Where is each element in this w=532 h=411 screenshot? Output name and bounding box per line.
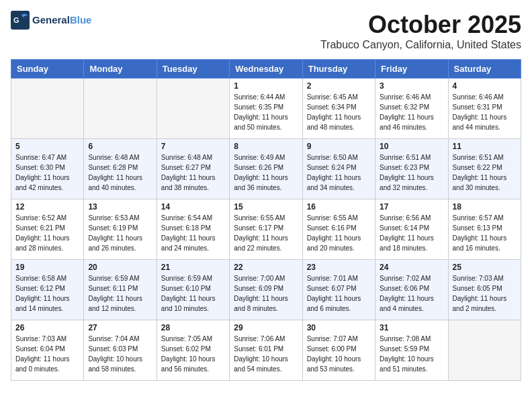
day-number: 29: [234, 323, 298, 332]
month-title: October 2025: [320, 11, 521, 39]
calendar-week-row: 12Sunrise: 6:52 AMSunset: 6:21 PMDayligh…: [11, 199, 521, 260]
calendar-cell: [84, 79, 157, 139]
calendar-week-row: 19Sunrise: 6:58 AMSunset: 6:12 PMDayligh…: [11, 260, 521, 320]
day-info: Sunrise: 7:05 AMSunset: 6:02 PMDaylight:…: [161, 334, 225, 374]
day-number: 24: [380, 263, 443, 272]
calendar-cell: 28Sunrise: 7:05 AMSunset: 6:02 PMDayligh…: [157, 320, 229, 381]
day-info: Sunrise: 6:50 AMSunset: 6:24 PMDaylight:…: [307, 152, 371, 193]
calendar-cell: [448, 320, 521, 381]
day-info: Sunrise: 6:54 AMSunset: 6:18 PMDaylight:…: [161, 213, 225, 253]
day-info: Sunrise: 6:52 AMSunset: 6:21 PMDaylight:…: [15, 213, 79, 253]
day-number: 19: [15, 263, 79, 272]
day-number: 25: [453, 263, 517, 272]
calendar-cell: 11Sunrise: 6:51 AMSunset: 6:22 PMDayligh…: [448, 139, 521, 199]
day-info: Sunrise: 6:51 AMSunset: 6:23 PMDaylight:…: [380, 152, 443, 193]
calendar-table: SundayMondayTuesdayWednesdayThursdayFrid…: [11, 59, 521, 381]
calendar-cell: 8Sunrise: 6:49 AMSunset: 6:26 PMDaylight…: [230, 139, 302, 199]
day-number: 14: [161, 202, 225, 212]
day-number: 4: [453, 81, 517, 91]
calendar-cell: 2Sunrise: 6:45 AMSunset: 6:34 PMDaylight…: [302, 79, 375, 139]
day-number: 28: [161, 323, 225, 332]
day-number: 17: [380, 202, 443, 212]
calendar-cell: [157, 79, 229, 139]
calendar-cell: 31Sunrise: 7:08 AMSunset: 5:59 PMDayligh…: [375, 320, 448, 381]
day-info: Sunrise: 6:47 AMSunset: 6:30 PMDaylight:…: [15, 152, 79, 193]
calendar-week-row: 5Sunrise: 6:47 AMSunset: 6:30 PMDaylight…: [11, 139, 521, 199]
day-number: 26: [15, 323, 79, 332]
day-number: 7: [161, 142, 225, 151]
day-info: Sunrise: 6:49 AMSunset: 6:26 PMDaylight:…: [234, 152, 298, 193]
weekday-header: Thursday: [302, 60, 375, 79]
day-number: 16: [307, 202, 371, 212]
day-info: Sunrise: 6:59 AMSunset: 6:11 PMDaylight:…: [88, 273, 152, 314]
calendar-cell: 27Sunrise: 7:04 AMSunset: 6:03 PMDayligh…: [84, 320, 157, 381]
day-info: Sunrise: 6:56 AMSunset: 6:14 PMDaylight:…: [380, 213, 443, 253]
day-info: Sunrise: 7:01 AMSunset: 6:07 PMDaylight:…: [307, 273, 371, 314]
day-info: Sunrise: 6:48 AMSunset: 6:27 PMDaylight:…: [161, 152, 225, 193]
calendar-cell: 13Sunrise: 6:53 AMSunset: 6:19 PMDayligh…: [84, 199, 157, 260]
svg-text:G: G: [13, 16, 19, 24]
logo-icon: G: [11, 11, 30, 30]
day-number: 13: [88, 202, 152, 212]
day-number: 27: [88, 323, 152, 332]
day-number: 8: [234, 142, 298, 151]
logo-text-block: GeneralBlue: [32, 15, 91, 26]
day-number: 18: [453, 202, 517, 212]
day-number: 12: [15, 202, 79, 212]
day-number: 9: [307, 142, 371, 151]
day-info: Sunrise: 6:55 AMSunset: 6:16 PMDaylight:…: [307, 213, 371, 253]
calendar-cell: 16Sunrise: 6:55 AMSunset: 6:16 PMDayligh…: [302, 199, 375, 260]
day-number: 2: [307, 81, 371, 91]
day-info: Sunrise: 7:03 AMSunset: 6:04 PMDaylight:…: [15, 334, 79, 374]
weekday-header: Wednesday: [230, 60, 302, 79]
day-info: Sunrise: 7:00 AMSunset: 6:09 PMDaylight:…: [234, 273, 298, 314]
title-section: October 2025 Trabuco Canyon, California,…: [320, 11, 521, 51]
day-info: Sunrise: 6:44 AMSunset: 6:35 PMDaylight:…: [234, 92, 298, 132]
calendar-cell: 18Sunrise: 6:57 AMSunset: 6:13 PMDayligh…: [448, 199, 521, 260]
day-info: Sunrise: 7:02 AMSunset: 6:06 PMDaylight:…: [380, 273, 443, 314]
day-info: Sunrise: 7:03 AMSunset: 6:05 PMDaylight:…: [453, 273, 517, 314]
calendar-cell: 22Sunrise: 7:00 AMSunset: 6:09 PMDayligh…: [230, 260, 302, 320]
calendar-cell: 1Sunrise: 6:44 AMSunset: 6:35 PMDaylight…: [230, 79, 302, 139]
calendar-cell: 7Sunrise: 6:48 AMSunset: 6:27 PMDaylight…: [157, 139, 229, 199]
day-number: 10: [380, 142, 443, 151]
location-subtitle: Trabuco Canyon, California, United State…: [320, 39, 521, 51]
day-info: Sunrise: 7:07 AMSunset: 6:00 PMDaylight:…: [307, 334, 371, 374]
calendar-cell: 23Sunrise: 7:01 AMSunset: 6:07 PMDayligh…: [302, 260, 375, 320]
logo: G GeneralBlue: [11, 11, 91, 30]
day-info: Sunrise: 6:59 AMSunset: 6:10 PMDaylight:…: [161, 273, 225, 314]
calendar-week-row: 26Sunrise: 7:03 AMSunset: 6:04 PMDayligh…: [11, 320, 521, 381]
day-info: Sunrise: 6:48 AMSunset: 6:28 PMDaylight:…: [88, 152, 152, 193]
day-number: 30: [307, 323, 371, 332]
calendar-cell: 20Sunrise: 6:59 AMSunset: 6:11 PMDayligh…: [84, 260, 157, 320]
calendar-cell: 24Sunrise: 7:02 AMSunset: 6:06 PMDayligh…: [375, 260, 448, 320]
day-info: Sunrise: 6:45 AMSunset: 6:34 PMDaylight:…: [307, 92, 371, 132]
weekday-header-row: SundayMondayTuesdayWednesdayThursdayFrid…: [11, 60, 521, 79]
calendar-cell: 9Sunrise: 6:50 AMSunset: 6:24 PMDaylight…: [302, 139, 375, 199]
weekday-header: Sunday: [11, 60, 84, 79]
logo-general: General: [32, 14, 70, 26]
calendar-cell: 12Sunrise: 6:52 AMSunset: 6:21 PMDayligh…: [11, 199, 84, 260]
weekday-header: Saturday: [448, 60, 521, 79]
calendar-week-row: 1Sunrise: 6:44 AMSunset: 6:35 PMDaylight…: [11, 79, 521, 139]
calendar-cell: 4Sunrise: 6:46 AMSunset: 6:31 PMDaylight…: [448, 79, 521, 139]
day-number: 22: [234, 263, 298, 272]
calendar-cell: 21Sunrise: 6:59 AMSunset: 6:10 PMDayligh…: [157, 260, 229, 320]
day-number: 31: [380, 323, 443, 332]
calendar-cell: 5Sunrise: 6:47 AMSunset: 6:30 PMDaylight…: [11, 139, 84, 199]
day-info: Sunrise: 6:51 AMSunset: 6:22 PMDaylight:…: [453, 152, 517, 193]
logo-blue: Blue: [70, 14, 92, 26]
day-info: Sunrise: 6:55 AMSunset: 6:17 PMDaylight:…: [234, 213, 298, 253]
calendar-cell: 14Sunrise: 6:54 AMSunset: 6:18 PMDayligh…: [157, 199, 229, 260]
day-info: Sunrise: 7:08 AMSunset: 5:59 PMDaylight:…: [380, 334, 443, 374]
day-info: Sunrise: 7:04 AMSunset: 6:03 PMDaylight:…: [88, 334, 152, 374]
calendar-cell: 10Sunrise: 6:51 AMSunset: 6:23 PMDayligh…: [375, 139, 448, 199]
day-info: Sunrise: 6:46 AMSunset: 6:31 PMDaylight:…: [453, 92, 517, 132]
calendar-cell: 19Sunrise: 6:58 AMSunset: 6:12 PMDayligh…: [11, 260, 84, 320]
calendar-cell: [11, 79, 84, 139]
day-number: 15: [234, 202, 298, 212]
day-number: 6: [88, 142, 152, 151]
calendar-cell: 26Sunrise: 7:03 AMSunset: 6:04 PMDayligh…: [11, 320, 84, 381]
calendar-cell: 17Sunrise: 6:56 AMSunset: 6:14 PMDayligh…: [375, 199, 448, 260]
day-info: Sunrise: 6:46 AMSunset: 6:32 PMDaylight:…: [380, 92, 443, 132]
